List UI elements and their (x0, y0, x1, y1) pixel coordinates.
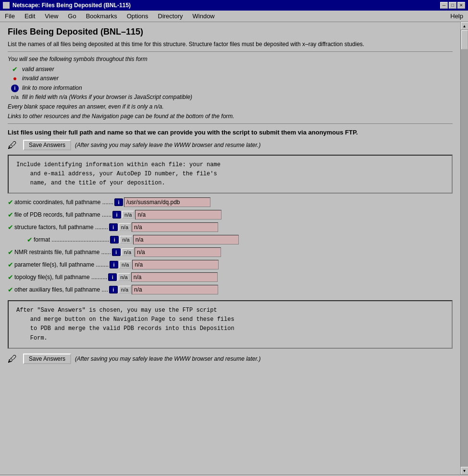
input-2[interactable] (132, 222, 218, 232)
label-5: parameter file(s), full pathname .......… (14, 261, 109, 268)
symbol-na: n/a fill in field with n/a (Works if you… (8, 94, 453, 100)
na-btn-7[interactable]: n/a (119, 286, 131, 293)
label-3: format .................................… (34, 236, 109, 243)
info-icon: i (8, 84, 22, 92)
hand-icon-2: 🖊 (8, 354, 17, 365)
scroll-down-button[interactable]: ▼ (461, 467, 468, 475)
scroll-up-button[interactable]: ▲ (461, 22, 468, 30)
cross-icon: ● (8, 74, 22, 82)
symbol-info: i link to more information (8, 84, 453, 92)
info-btn-5[interactable]: i (110, 261, 118, 269)
menu-directory[interactable]: Directory (153, 12, 188, 21)
form-row-3: ✔ format ...............................… (8, 235, 453, 244)
label-4: NMR restraints file, full pathname .....… (14, 249, 111, 256)
scroll-track[interactable] (461, 30, 468, 467)
intro-text: List the names of all files being deposi… (8, 41, 453, 48)
na-icon: n/a (8, 94, 22, 100)
form-row-6: ✔ topology file(s), full pathname ......… (8, 272, 453, 282)
content-area: Files Being Deposited (BNL–115) List the… (0, 22, 460, 475)
input-7[interactable] (132, 285, 218, 294)
info-box-text: Include identifying information within e… (16, 161, 221, 186)
check-3: ✔ (27, 236, 33, 244)
na-btn-6[interactable]: n/a (118, 273, 130, 281)
hand-icon-1: 🖊 (8, 140, 17, 151)
check-1: ✔ (8, 211, 13, 219)
info-btn-3[interactable]: i (110, 236, 119, 244)
save-row-2: 🖊 Save Answers (After saving you may saf… (8, 354, 453, 365)
na-btn-4[interactable]: n/a (122, 248, 134, 256)
input-1[interactable] (135, 210, 222, 220)
menu-edit[interactable]: Edit (20, 12, 40, 21)
divider-1 (8, 51, 453, 52)
symbol-invalid: ● invalid answer (8, 74, 453, 82)
form-row-5: ✔ parameter file(s), full pathname .....… (8, 260, 453, 269)
na-btn-2[interactable]: n/a (119, 223, 131, 231)
note1: Every blank space requires an answer, ev… (8, 103, 453, 110)
menu-help[interactable]: Help (445, 12, 468, 21)
info-btn-2[interactable]: i (109, 223, 118, 231)
input-0[interactable] (124, 197, 210, 207)
menu-bookmarks[interactable]: Bookmarks (81, 12, 122, 21)
info-btn-7[interactable]: i (109, 286, 118, 293)
menu-bar: File Edit View Go Bookmarks Options Dire… (0, 11, 468, 22)
save-button-2[interactable]: Save Answers (23, 354, 71, 364)
na-btn-1[interactable]: n/a (122, 211, 134, 219)
input-4[interactable] (135, 247, 221, 257)
input-6[interactable] (131, 272, 218, 282)
minimize-button[interactable]: ─ (440, 2, 448, 9)
note2: Links to other resources and the Navigat… (8, 113, 453, 120)
check-6: ✔ (8, 273, 13, 281)
info-btn-0[interactable]: i (114, 198, 123, 206)
footer-note-box: After "Save Answers" is chosen, you may … (8, 300, 453, 349)
form-row-4: ✔ NMR restraints file, full pathname ...… (8, 247, 453, 257)
close-button[interactable]: ✕ (457, 2, 465, 9)
label-2: structure factors, full pathname .......… (14, 224, 108, 231)
form-row-2: ✔ structure factors, full pathname .....… (8, 222, 453, 232)
page-title: Files Being Deposited (BNL–115) (8, 27, 453, 37)
form-row-1: ✔ file of PDB records, full pathname ...… (8, 210, 453, 220)
check-4: ✔ (8, 248, 13, 256)
input-5[interactable] (132, 260, 219, 269)
valid-label: valid answer (22, 66, 54, 73)
info-btn-6[interactable]: i (108, 273, 117, 281)
save-button-1[interactable]: Save Answers (23, 140, 71, 150)
symbols-title: You will see the following symbols throu… (8, 56, 453, 62)
symbol-valid: ✔ valid answer (8, 65, 453, 73)
divider-2 (8, 123, 453, 124)
label-0: atomic coordinates, full pathname ......… (14, 199, 113, 206)
form-row-7: ✔ other auxiliary files, full pathname .… (8, 285, 453, 294)
label-1: file of PDB records, full pathname .....… (14, 211, 111, 218)
info-label: link to more information (22, 85, 82, 91)
menu-go[interactable]: Go (63, 12, 81, 21)
check-7: ✔ (8, 286, 13, 293)
input-3[interactable] (133, 235, 239, 244)
label-6: topology file(s), full pathname ........… (14, 274, 107, 281)
browser-frame: Files Being Deposited (BNL–115) List the… (0, 22, 468, 475)
info-btn-1[interactable]: i (112, 211, 121, 219)
save-note-2: (After saving you may safely leave the W… (75, 355, 260, 362)
title-bar: Netscape: Files Being Deposited (BNL-115… (0, 0, 468, 11)
menu-file[interactable]: File (0, 12, 20, 21)
save-note-1: (After saving you may safely leave the W… (75, 142, 260, 148)
menu-window[interactable]: Window (188, 12, 220, 21)
menu-options[interactable]: Options (122, 12, 153, 21)
check-icon: ✔ (8, 65, 22, 73)
menu-view[interactable]: View (40, 12, 63, 21)
window-controls: ─ □ ✕ (440, 2, 465, 9)
bold-instruction: List files using their full path and nam… (8, 129, 453, 136)
info-box: Include identifying information within e… (8, 155, 453, 194)
scroll-thumb[interactable] (461, 30, 468, 49)
na-btn-3[interactable]: n/a (120, 236, 132, 244)
info-btn-4[interactable]: i (112, 248, 121, 256)
label-7: other auxiliary files, full pathname ...… (14, 286, 108, 293)
check-2: ✔ (8, 223, 13, 231)
save-row-1: 🖊 Save Answers (After saving you may saf… (8, 140, 453, 151)
maximize-button[interactable]: □ (449, 2, 456, 9)
na-btn-5[interactable]: n/a (119, 261, 131, 269)
window-title: Netscape: Files Being Deposited (BNL-115… (12, 2, 131, 9)
app-icon (3, 2, 10, 9)
na-label: fill in field with n/a (Works if your br… (22, 94, 192, 100)
scrollbar[interactable]: ▲ ▼ (460, 22, 468, 475)
form-row-0: ✔ atomic coordinates, full pathname ....… (8, 197, 453, 207)
footer-note-text: After "Save Answers" is chosen, you may … (16, 307, 234, 342)
